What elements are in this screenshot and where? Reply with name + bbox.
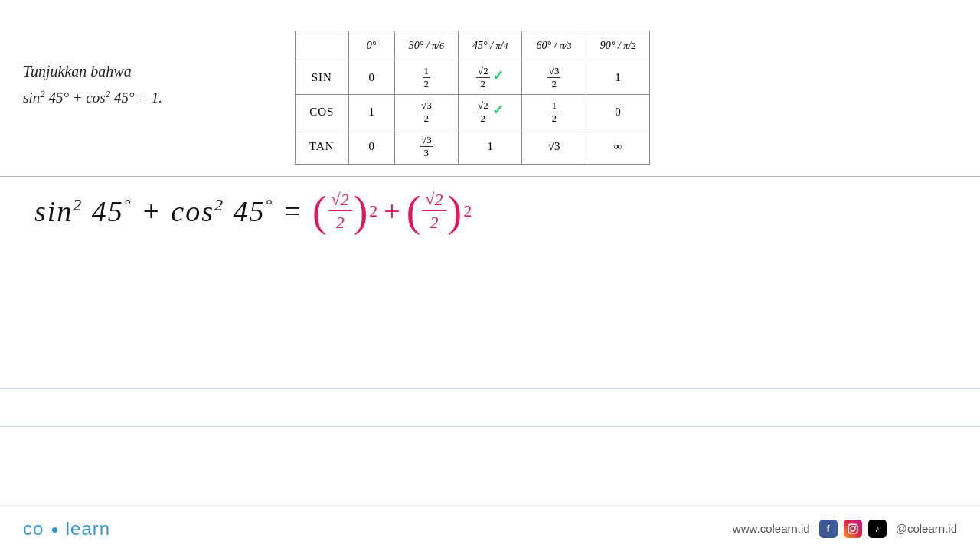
facebook-icon[interactable]: f (819, 520, 838, 538)
footer-right: www.colearn.id f ♪ @colearn.id (733, 520, 957, 538)
cos-30: √32 (394, 95, 458, 129)
sin-60: √32 (522, 60, 586, 95)
tan-30: √33 (394, 129, 458, 164)
problem-line1: Tunjukkan bahwa (23, 57, 162, 85)
social-handle: @colearn.id (896, 522, 957, 535)
sin-90: 1 (586, 60, 649, 95)
frac1-denominator: 2 (333, 211, 348, 233)
tan-60: √3 (522, 129, 586, 164)
sin-label: SIN (296, 60, 349, 95)
frac2-numerator: √2 (422, 190, 446, 211)
table-header-row: 0° 30° / π/6 45° / π/4 60° / π/3 90° / π… (296, 31, 650, 60)
tan-45: 1 (459, 129, 522, 164)
table-header-45deg: 45° / π/4 (459, 31, 522, 60)
open-paren-1: ( (312, 192, 327, 230)
tiktok-icon[interactable]: ♪ (868, 520, 887, 538)
trig-table: 0° 30° / π/6 45° / π/4 60° / π/3 90° / π… (295, 31, 650, 165)
cos-0: 1 (348, 95, 394, 129)
close-paren-1: ) (354, 192, 368, 230)
cos-60: 12 (522, 95, 586, 129)
brand-learn: learn (66, 518, 110, 539)
sin-30: 12 (394, 60, 458, 95)
tan-label: TAN (296, 129, 349, 164)
footer-url: www.colearn.id (733, 522, 810, 535)
sin-45: √22 ✓ (459, 60, 522, 95)
formula-pink-part: ( √2 2 ) 2 + ( √2 2 ) 2 (312, 190, 472, 233)
top-divider (0, 176, 980, 177)
table-row-sin: SIN 0 12 √22 ✓ √32 1 (296, 60, 650, 95)
svg-point-2 (854, 525, 856, 527)
social-icons: f ♪ (819, 520, 887, 538)
sin-0: 0 (348, 60, 394, 95)
cos-45: √22 ✓ (459, 95, 522, 129)
frac2-denominator: 2 (426, 211, 441, 233)
problem-statement: Tunjukkan bahwa sin2 45° + cos2 45° = 1. (23, 57, 162, 112)
formula-line: sin2 45° + cos2 45° = ( √2 2 ) 2 + ( √2 … (34, 190, 472, 233)
footer: co learn www.colearn.id f ♪ @colearn.id (0, 505, 980, 551)
brand-dot (52, 527, 57, 533)
problem-line2: sin2 45° + cos2 45° = 1. (23, 85, 162, 112)
fraction-1: √2 2 (328, 190, 352, 233)
fraction-2: √2 2 (422, 190, 446, 233)
table-header-30deg: 30° / π/6 (394, 31, 458, 60)
svg-rect-0 (848, 524, 858, 533)
table-header-empty (296, 31, 349, 60)
tan-0: 0 (348, 129, 394, 164)
brand-logo: co learn (23, 518, 110, 540)
plus-sign: + (384, 194, 400, 228)
cos-label: COS (296, 95, 349, 129)
table-row-cos: COS 1 √32 √22 ✓ 12 0 (296, 95, 650, 129)
table-row-tan: TAN 0 √33 1 √3 ∞ (296, 129, 650, 164)
table-header-90deg: 90° / π/2 (586, 31, 649, 60)
table-header-60deg: 60° / π/3 (522, 31, 586, 60)
instagram-icon[interactable] (844, 520, 862, 538)
formula-black-part: sin2 45° + cos2 45° = (34, 194, 312, 228)
frac1-numerator: √2 (328, 190, 352, 211)
brand-co: co (23, 518, 44, 539)
svg-point-1 (851, 527, 855, 531)
tan-90: ∞ (586, 129, 649, 164)
table-header-0deg: 0° (348, 31, 394, 60)
cos-90: 0 (586, 95, 649, 129)
close-paren-2: ) (448, 192, 462, 230)
open-paren-2: ( (407, 192, 421, 230)
